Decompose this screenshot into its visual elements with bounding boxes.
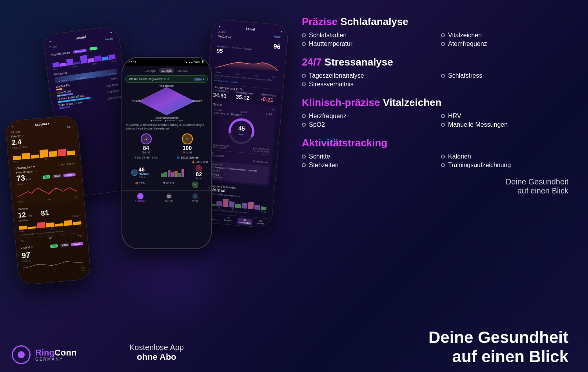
feature-item-atemfrequenz: Atemfrequenz [441, 40, 568, 47]
feature-item-trainingsaufzeichnung: Trainingsaufzeichnung [441, 162, 568, 169]
feature-item-manuelle-messungen: Manuelle Messungen [441, 121, 568, 128]
features-section: Präzise Schlafanalyse Schlafstadien Vita… [302, 16, 568, 195]
logo-text: RingConn GERMANY [35, 348, 76, 361]
feature-item-hauttemperatur: Hauttemperatur [302, 40, 429, 47]
app-promo: Kostenlose App ohne Abo [129, 343, 184, 362]
phone-main: 02:11 ▲▲▲ WiFi 🔋 10. Apr. 11. Apr. 12. A… [122, 57, 212, 249]
feature-item-hrv: HRV [441, 113, 568, 120]
svg-marker-5 [139, 88, 194, 115]
feature-item-stehzeiten: Stehzeiten [302, 162, 429, 169]
feature-item-schritte: Schritte [302, 153, 429, 160]
svg-text:45: 45 [238, 125, 245, 132]
svg-text:Stressmanagement: Stressmanagement [155, 117, 179, 119]
feature-schlafanalyse: Präzise Schlafanalyse Schlafstadien Vita… [302, 16, 568, 47]
feature-item-schlafstress: Schlafstress [441, 72, 568, 79]
phones-section: ◂ Schlaf ▾ 2. Juli Heute Schlafstadien S… [0, 0, 294, 372]
feature-item-vitalzeichen: Vitalzeichen [441, 32, 568, 39]
svg-text:Vitalzeichen: Vitalzeichen [159, 84, 174, 87]
phone-middle: ◂ Aktivität ▾ 29. Juni30.... Kalorien ○ … [5, 115, 91, 286]
feature-item-spo2: SpO2 [302, 121, 429, 128]
logo-ring-icon [12, 345, 31, 364]
svg-text:Aktivität: Aktivität [192, 100, 202, 102]
tagline-section: Deine Gesundheit auf einen Blick [428, 328, 568, 366]
svg-text:Wert: Wert [239, 133, 244, 135]
tagline: Deine Gesundheit auf einen Blick [302, 177, 568, 195]
feature-aktivitaet: Aktivitätstracking Schritte Kalorien Ste… [302, 137, 568, 169]
feature-item-schlafstadien: Schlafstadien [302, 32, 429, 39]
feature-item-stressverhaeltnis: Stressverhältnis [302, 81, 429, 88]
logo-section: RingConn GERMANY [12, 345, 76, 364]
feature-vitalzeichen: Klinisch-präzise Vitalzeichen Herzfreque… [302, 97, 568, 128]
feature-item-herzfrequenz: Herzfrequenz [302, 113, 429, 120]
svg-text:Schlaf: Schlaf [132, 100, 140, 102]
feature-item-kalorien: Kalorien [441, 153, 568, 160]
feature-stressanalyse: 24/7 Stressanalyse Tageszeitenanalyse Sc… [302, 56, 568, 88]
feature-item-tageszeitenanalyse: Tageszeitenanalyse [302, 72, 429, 79]
